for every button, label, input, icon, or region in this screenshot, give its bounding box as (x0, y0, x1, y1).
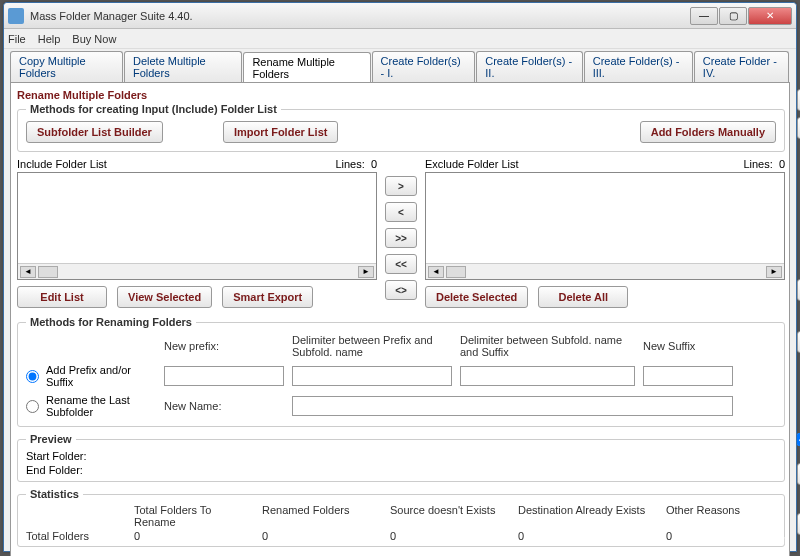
move-all-right-button[interactable]: >> (385, 228, 417, 248)
right-action-panel: ? Help ✎ Clear Fields Simulation Rename … (791, 89, 800, 553)
tab-rename-multiple[interactable]: Rename Multiple Folders (243, 52, 370, 83)
radio-rename-last[interactable]: Rename the Last Subfolder (26, 394, 156, 418)
group-input-methods: Methods for creating Input (Include) Fol… (17, 103, 785, 152)
tab-create-4[interactable]: Create Folder -IV. (694, 51, 789, 82)
exclude-panel: Exclude Folder List Lines: 0 ◄ ► (425, 158, 785, 308)
group-statistics: Statistics Total Folders To Rename Renam… (17, 488, 785, 547)
tab-delete-multiple[interactable]: Delete Multiple Folders (124, 51, 242, 82)
include-lines-label: Lines: 0 (335, 158, 377, 170)
group-rename-methods-legend: Methods for Renaming Folders (26, 316, 196, 328)
new-name-input[interactable] (292, 396, 733, 416)
radio-add-prefix-suffix[interactable]: Add Prefix and/or Suffix (26, 364, 156, 388)
stat-val-1: 0 (134, 530, 254, 542)
delim-prefix-input[interactable] (292, 366, 452, 386)
scroll-right-icon[interactable]: ► (766, 266, 782, 278)
move-left-button[interactable]: < (385, 202, 417, 222)
tabbar: Copy Multiple Folders Delete Multiple Fo… (4, 49, 796, 82)
delete-selected-button[interactable]: Delete Selected (425, 286, 528, 308)
tab-content: Rename Multiple Folders Methods for crea… (10, 82, 790, 556)
new-name-label: New Name: (164, 400, 284, 412)
close-button[interactable]: ✕ (748, 7, 792, 25)
edit-list-button[interactable]: Edit List (17, 286, 107, 308)
new-suffix-label: New Suffix (643, 340, 733, 352)
view-selected-button[interactable]: View Selected (117, 286, 212, 308)
move-all-left-button[interactable]: << (385, 254, 417, 274)
menubar: File Help Buy Now (4, 29, 796, 49)
stat-row-total-folders: Total Folders (26, 530, 126, 542)
stat-val-2: 0 (262, 530, 382, 542)
scroll-right-icon[interactable]: ► (358, 266, 374, 278)
stat-val-5: 0 (666, 530, 776, 542)
include-panel: Include Folder List Lines: 0 ◄ ► (17, 158, 377, 308)
menu-file[interactable]: File (8, 33, 26, 45)
group-preview: Preview Start Folder: End Folder: (17, 433, 785, 482)
menu-help[interactable]: Help (38, 33, 61, 45)
menu-buy-now[interactable]: Buy Now (72, 33, 116, 45)
app-window: Mass Folder Manager Suite 4.40. — ▢ ✕ Fi… (3, 2, 797, 552)
end-folder-label: End Folder: (26, 464, 83, 476)
tab-create-3[interactable]: Create Folder(s) - III. (584, 51, 693, 82)
window-title: Mass Folder Manager Suite 4.40. (30, 10, 690, 22)
window-controls: — ▢ ✕ (690, 7, 792, 25)
group-rename-methods: Methods for Renaming Folders New prefix:… (17, 316, 785, 427)
smart-export-button[interactable]: Smart Export (222, 286, 313, 308)
stat-head-other: Other Reasons (666, 504, 776, 528)
stat-head-renamed: Renamed Folders (262, 504, 382, 528)
add-folders-manually-button[interactable]: Add Folders Manually (640, 121, 776, 143)
new-prefix-input[interactable] (164, 366, 284, 386)
delim-prefix-label: Delimiter between Prefix and Subfold. na… (292, 334, 452, 358)
delete-all-button[interactable]: Delete All (538, 286, 628, 308)
stat-head-dest-exists: Destination Already Exists (518, 504, 658, 528)
radio-rename-last-input[interactable] (26, 400, 39, 413)
minimize-button[interactable]: — (690, 7, 718, 25)
exclude-lines-label: Lines: 0 (743, 158, 785, 170)
stat-head-source-no: Source doesn't Exists (390, 504, 510, 528)
tab-copy-multiple[interactable]: Copy Multiple Folders (10, 51, 123, 82)
group-input-methods-legend: Methods for creating Input (Include) Fol… (26, 103, 281, 115)
tab-create-2[interactable]: Create Folder(s) - II. (476, 51, 582, 82)
include-listbox[interactable]: ◄ ► (17, 172, 377, 280)
exclude-list-label: Exclude Folder List (425, 158, 519, 170)
tab-create-1[interactable]: Create Folder(s) - I. (372, 51, 476, 82)
stat-val-4: 0 (518, 530, 658, 542)
scroll-left-icon[interactable]: ◄ (428, 266, 444, 278)
group-statistics-legend: Statistics (26, 488, 83, 500)
import-folder-list-button[interactable]: Import Folder List (223, 121, 339, 143)
scroll-thumb[interactable] (38, 266, 58, 278)
stat-head-total-to-rename: Total Folders To Rename (134, 504, 254, 528)
radio-add-prefix-suffix-input[interactable] (26, 370, 39, 383)
new-suffix-input[interactable] (643, 366, 733, 386)
app-icon (8, 8, 24, 24)
swap-button[interactable]: <> (385, 280, 417, 300)
delim-suffix-input[interactable] (460, 366, 635, 386)
scroll-thumb[interactable] (446, 266, 466, 278)
scroll-left-icon[interactable]: ◄ (20, 266, 36, 278)
new-prefix-label: New prefix: (164, 340, 284, 352)
group-preview-legend: Preview (26, 433, 76, 445)
stat-val-3: 0 (390, 530, 510, 542)
exclude-listbox[interactable]: ◄ ► (425, 172, 785, 280)
include-list-label: Include Folder List (17, 158, 107, 170)
titlebar: Mass Folder Manager Suite 4.40. — ▢ ✕ (4, 3, 796, 29)
delim-suffix-label: Delimiter between Subfold. name and Suff… (460, 334, 635, 358)
exclude-scrollbar[interactable]: ◄ ► (426, 263, 784, 279)
maximize-button[interactable]: ▢ (719, 7, 747, 25)
move-right-button[interactable]: > (385, 176, 417, 196)
subfolder-list-builder-button[interactable]: Subfolder List Builder (26, 121, 163, 143)
section-heading-main: Rename Multiple Folders (17, 89, 785, 101)
transfer-buttons: > < >> << <> (383, 158, 419, 308)
include-scrollbar[interactable]: ◄ ► (18, 263, 376, 279)
start-folder-label: Start Folder: (26, 450, 87, 462)
